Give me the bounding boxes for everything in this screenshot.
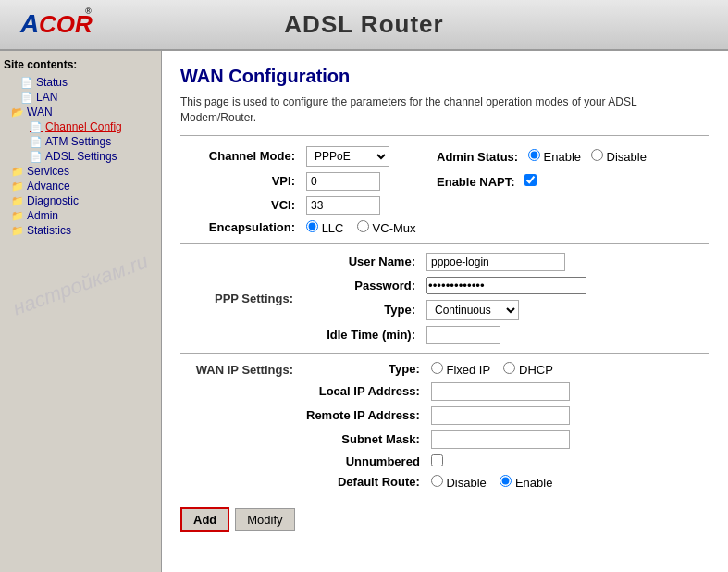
ppp-settings-label: PPP Settings:: [180, 250, 301, 347]
vci-input[interactable]: [306, 196, 380, 215]
wan-fixed-ip-radio[interactable]: [431, 362, 443, 374]
wan-fixed-ip-text: Fixed IP: [446, 363, 489, 377]
page-title: WAN Configuration: [180, 66, 709, 87]
encap-vcmux-label[interactable]: VC-Mux: [357, 221, 416, 235]
sidebar-item-diagnostic[interactable]: 📁 Diagnostic: [9, 193, 157, 208]
username-label: User Name:: [301, 250, 421, 274]
remote-ip-label: Remote IP Address:: [301, 404, 426, 428]
main-layout: Site contents: 📄 Status 📄 LAN 📂 WAN 📄 Ch…: [0, 51, 728, 572]
config-table: Channel Mode: PPPoE PPPoA 1483 Bridged 1…: [180, 143, 709, 238]
wan-dhcp-label[interactable]: DHCP: [503, 363, 552, 377]
sidebar-item-atm-settings[interactable]: 📄 ATM Settings: [28, 134, 157, 149]
modify-button[interactable]: Modify: [235, 508, 294, 531]
idle-time-label: Idle Time (min):: [301, 323, 421, 347]
button-row: Add Modify: [180, 507, 709, 532]
folder-icon: 📁: [11, 180, 24, 193]
remote-ip-cell: [426, 404, 709, 428]
divider-top: [180, 135, 709, 136]
idle-time-input[interactable]: [426, 326, 500, 344]
vci-cell: [301, 193, 418, 218]
unnumbered-cell: [426, 452, 709, 472]
default-route-enable-label[interactable]: Enable: [500, 476, 552, 490]
password-input[interactable]: [426, 277, 586, 294]
page-header-title: ADSL Router: [284, 10, 443, 39]
channel-mode-row: Channel Mode: PPPoE PPPoA 1483 Bridged 1…: [180, 143, 709, 169]
folder-open-icon: 📂: [11, 106, 24, 118]
sidebar: Site contents: 📄 Status 📄 LAN 📂 WAN 📄 Ch…: [0, 51, 162, 572]
page-description: This page is used to configure the param…: [180, 94, 709, 126]
vci-row: VCI:: [180, 193, 709, 218]
sidebar-label-diagnostic: Diagnostic: [27, 194, 79, 207]
remote-ip-input[interactable]: [431, 406, 570, 425]
admin-disable-radio[interactable]: [591, 149, 603, 161]
admin-enable-radio[interactable]: [528, 149, 540, 161]
content-area: WAN Configuration This page is used to c…: [162, 51, 728, 572]
default-route-disable-text: Disable: [446, 476, 486, 490]
admin-disable-text: Disable: [607, 150, 647, 164]
folder-icon: 📁: [11, 195, 24, 207]
divider-mid: [180, 243, 709, 244]
local-ip-cell: [426, 379, 709, 404]
page-icon: 📄: [20, 92, 33, 104]
default-route-enable-text: Enable: [515, 476, 552, 490]
sidebar-label-advance: Advance: [27, 180, 70, 193]
enable-napt-checkbox[interactable]: [524, 174, 537, 186]
vpi-label: VPI:: [180, 169, 301, 193]
sidebar-item-advance[interactable]: 📁 Advance: [9, 179, 157, 193]
default-route-disable-label[interactable]: Disable: [431, 476, 490, 490]
logo-a: A CORP ®: [19, 3, 93, 46]
svg-text:®: ®: [85, 6, 92, 16]
vpi-cell: [301, 169, 418, 193]
sidebar-label-services: Services: [27, 165, 69, 178]
folder-icon: 📁: [11, 225, 24, 237]
sidebar-label-lan: LAN: [36, 91, 57, 104]
encap-vcmux-radio[interactable]: [357, 220, 369, 232]
default-route-cell: Disable Enable: [426, 472, 709, 492]
admin-disable-label[interactable]: Disable: [591, 150, 647, 164]
subnet-mask-input[interactable]: [431, 430, 570, 449]
sidebar-item-services[interactable]: 📁 Services: [9, 164, 157, 179]
wan-dhcp-radio[interactable]: [503, 362, 515, 374]
type-label: Type:: [301, 297, 421, 323]
wan-ip-label: WAN IP Settings:: [180, 359, 301, 492]
sidebar-item-wan[interactable]: 📂 WAN: [9, 105, 157, 119]
sidebar-label-status: Status: [36, 76, 68, 89]
subnet-mask-cell: [426, 428, 709, 452]
username-row: PPP Settings: User Name:: [180, 250, 709, 274]
username-input[interactable]: [426, 253, 565, 271]
sidebar-item-admin[interactable]: 📁 Admin: [9, 208, 157, 223]
unnumbered-checkbox[interactable]: [431, 454, 443, 466]
admin-status-cell: Admin Status: Enable Disable: [418, 143, 709, 169]
sidebar-item-lan[interactable]: 📄 LAN: [19, 90, 157, 105]
page-icon: 📄: [20, 77, 33, 89]
local-ip-input[interactable]: [431, 382, 570, 401]
sidebar-item-status[interactable]: 📄 Status: [19, 75, 157, 90]
add-button[interactable]: Add: [180, 507, 229, 532]
sidebar-item-channel-config[interactable]: 📄 Channel Config: [28, 119, 157, 134]
wan-ip-type-label: Type:: [301, 359, 426, 379]
logo: A CORP ®: [19, 3, 93, 46]
page-icon: 📄: [30, 136, 43, 148]
wan-ip-table: WAN IP Settings: Type: Fixed IP DHCP Loc…: [180, 359, 709, 492]
wan-fixed-ip-label[interactable]: Fixed IP: [431, 363, 494, 377]
subnet-mask-label: Subnet Mask:: [301, 428, 426, 452]
encap-llc-radio[interactable]: [306, 220, 318, 232]
sidebar-label-adsl: ADSL Settings: [45, 150, 117, 163]
sidebar-label-statistics: Statistics: [27, 224, 71, 237]
encap-label: Encapsulation:: [180, 218, 301, 238]
type-select[interactable]: Continuous Connect on Demand Manual: [426, 300, 519, 320]
sidebar-label-channel-config: Channel Config: [45, 120, 122, 133]
vpi-input[interactable]: [306, 172, 380, 191]
watermark: настройкам.ru: [9, 250, 151, 321]
sidebar-item-adsl-settings[interactable]: 📄 ADSL Settings: [28, 149, 157, 164]
encap-llc-text: LLC: [322, 221, 344, 235]
channel-mode-select[interactable]: PPPoE PPPoA 1483 Bridged 1483 Routed: [306, 146, 389, 167]
sidebar-item-statistics[interactable]: 📁 Statistics: [9, 223, 157, 238]
encap-llc-label[interactable]: LLC: [306, 221, 347, 235]
admin-enable-label[interactable]: Enable: [528, 150, 585, 164]
default-route-disable-radio[interactable]: [431, 475, 443, 487]
default-route-enable-radio[interactable]: [500, 475, 512, 487]
encap-vcmux-text: VC-Mux: [373, 221, 416, 235]
password-label: Password:: [301, 274, 421, 297]
admin-enable-text: Enable: [544, 150, 581, 164]
